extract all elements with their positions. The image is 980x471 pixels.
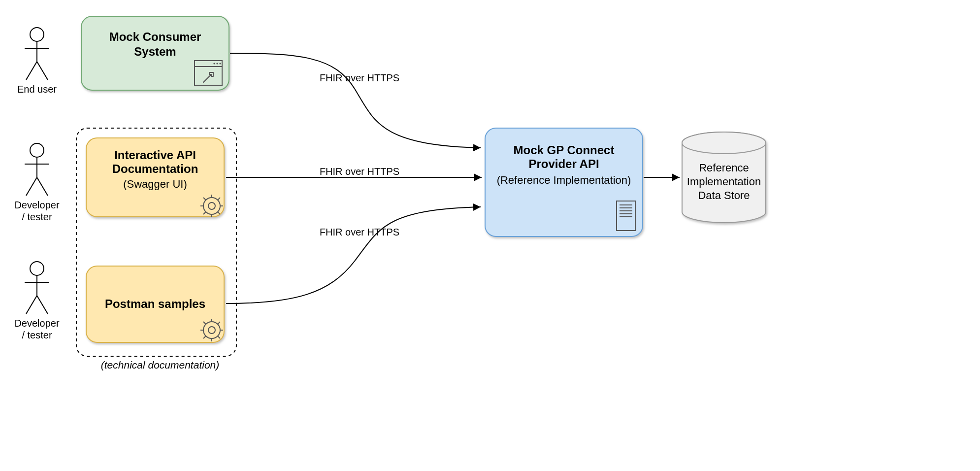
- svg-point-17: [216, 63, 218, 64]
- edge-label: FHIR over HTTPS: [320, 227, 399, 237]
- node-title-line1: Mock Consumer: [109, 30, 201, 43]
- node-mock-consumer-system: Mock Consumer System: [81, 16, 229, 90]
- person-icon: [30, 143, 44, 157]
- edge-label: FHIR over HTTPS: [320, 72, 399, 83]
- svg-line-3: [37, 62, 48, 80]
- node-interactive-api-documentation: Interactive API Documentation (Swagger U…: [86, 138, 224, 217]
- node-subtitle: (Swagger UI): [123, 178, 187, 190]
- db-line2: Implementation: [687, 175, 761, 188]
- edge-consumer-to-provider: FHIR over HTTPS: [230, 53, 481, 148]
- actor-label-line2: / tester: [22, 211, 52, 222]
- edge-swagger-to-provider: FHIR over HTTPS: [226, 166, 482, 177]
- node-title-line2: Documentation: [112, 162, 198, 175]
- actor-label-line2: / tester: [22, 330, 52, 340]
- node-title-line2: Provider API: [528, 157, 599, 170]
- db-line3: Data Store: [698, 189, 750, 202]
- architecture-diagram: End user Developer / tester Developer / …: [0, 0, 980, 471]
- node-title: Postman samples: [105, 297, 205, 310]
- svg-point-16: [213, 63, 215, 64]
- svg-line-11: [37, 296, 48, 314]
- db-line1: Reference: [699, 162, 749, 174]
- node-title-line1: Interactive API: [114, 148, 196, 162]
- group-caption: (technical documentation): [101, 359, 219, 370]
- actor-label: End user: [17, 84, 57, 95]
- node-mock-gp-connect-provider-api: Mock GP Connect Provider API (Reference …: [485, 128, 643, 236]
- svg-point-48: [682, 132, 766, 154]
- node-title-line2: System: [134, 45, 176, 58]
- actor-end-user: End user: [17, 28, 57, 95]
- node-subtitle: (Reference Implementation): [497, 174, 631, 186]
- edge-postman-to-provider: FHIR over HTTPS: [226, 207, 481, 303]
- svg-line-6: [26, 177, 37, 196]
- actor-label-line1: Developer: [14, 318, 60, 329]
- svg-line-7: [37, 177, 48, 196]
- actor-developer-tester-1: Developer / tester: [14, 143, 60, 222]
- edge-label: FHIR over HTTPS: [320, 166, 399, 177]
- actor-developer-tester-2: Developer / tester: [14, 262, 60, 340]
- person-icon: [30, 28, 44, 41]
- actor-label-line1: Developer: [14, 200, 60, 210]
- person-icon: [30, 262, 44, 275]
- svg-line-2: [26, 62, 37, 80]
- node-postman-samples: Postman samples: [86, 266, 224, 342]
- svg-point-18: [219, 63, 221, 64]
- node-reference-implementation-data-store: Reference Implementation Data Store: [682, 132, 766, 223]
- svg-line-10: [26, 296, 37, 314]
- node-title-line1: Mock GP Connect: [514, 143, 615, 157]
